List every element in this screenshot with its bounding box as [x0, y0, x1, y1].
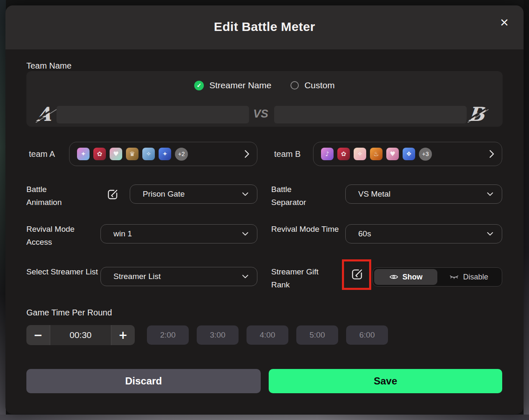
radio-circle-icon — [290, 81, 299, 90]
streamer-list-select[interactable]: Streamer List — [100, 267, 257, 286]
chevron-right-icon — [244, 150, 249, 158]
gift-rank-toggle: Show Disable — [372, 267, 502, 287]
team-b-name-input[interactable] — [274, 106, 467, 123]
chevron-down-icon — [242, 274, 249, 279]
radio-streamer-name[interactable]: ✓ Streamer Name — [194, 80, 271, 90]
battle-separator-select[interactable]: VS Metal — [345, 184, 502, 204]
team-b-gift-list[interactable]: ♪✿✧♨♥❖ +3 — [313, 142, 502, 166]
gift-icon-selfie: ✧ — [142, 148, 155, 160]
streamer-gift-rank-label: Streamer Gift Rank — [271, 265, 338, 291]
page-background-left — [0, 0, 6, 420]
gift-icon-hearts: ♥ — [110, 148, 122, 160]
team-a-more-badge: +2 — [175, 148, 188, 161]
game-time-stepper: − 00:30 + — [26, 325, 135, 345]
gift-icon-disco: ❖ — [403, 148, 415, 160]
gift-icon-heart-hands: ♥ — [386, 148, 399, 160]
vs-separator-text: VS — [252, 108, 269, 120]
eye-icon — [389, 274, 398, 280]
battle-animation-label: Battle Animation — [26, 183, 79, 209]
check-circle-icon: ✓ — [194, 81, 204, 90]
select-streamer-list-label: Select Streamer List — [26, 265, 100, 278]
gift-icon-rose: ✿ — [337, 148, 350, 160]
edit-gift-rank-icon[interactable] — [349, 266, 365, 282]
revival-mode-access-select[interactable]: win 1 — [100, 224, 257, 243]
gift-icon-perfume: ✦ — [77, 148, 90, 160]
disable-label: Disable — [463, 273, 488, 282]
radio-streamer-name-label: Streamer Name — [209, 80, 271, 90]
streamer-list-value: Streamer List — [113, 272, 161, 281]
team-b-label: team B — [274, 149, 300, 159]
battle-animation-value: Prison Gate — [143, 190, 185, 199]
team-b-gift-icons: ♪✿✧♨♥❖ — [321, 148, 415, 160]
plus-button[interactable]: + — [111, 325, 135, 345]
revival-mode-time-select[interactable]: 60s — [345, 224, 502, 243]
team-a-label: team A — [29, 149, 55, 159]
game-time-value: 00:30 — [50, 325, 111, 345]
preset-5-00[interactable]: 5:00 — [296, 325, 338, 345]
preset-2-00[interactable]: 2:00 — [147, 325, 189, 345]
disable-toggle-button[interactable]: Disable — [437, 269, 501, 285]
edit-battle-meter-modal: Edit Battle Meter × Team Name ✓ Streamer… — [5, 5, 524, 414]
revival-mode-time-label: Revival Mode Time — [271, 223, 344, 236]
gift-icon-wing: ✧ — [354, 148, 366, 160]
chevron-down-icon — [242, 232, 249, 236]
gift-icon-fire-lion: ♨ — [370, 148, 383, 160]
revival-mode-time-value: 60s — [358, 229, 371, 238]
team-a-gift-list[interactable]: ✦✿♥♛✧✦ +2 — [69, 142, 257, 166]
game-time-label: Game Time Per Round — [26, 308, 112, 318]
preset-6-00[interactable]: 6:00 — [346, 325, 388, 345]
revival-mode-access-value: win 1 — [113, 229, 132, 238]
team-b-more-badge: +3 — [419, 148, 432, 161]
save-button[interactable]: Save — [269, 369, 502, 393]
discard-button[interactable]: Discard — [26, 369, 261, 393]
gift-icon-galaxy: ✦ — [159, 148, 171, 160]
gift-icon-music-heart: ♪ — [321, 148, 334, 160]
chevron-down-icon — [242, 192, 249, 196]
eye-closed-icon — [449, 274, 459, 280]
show-toggle-button[interactable]: Show — [374, 269, 437, 285]
chevron-down-icon — [487, 192, 493, 196]
team-name-panel: ✓ Streamer Name Custom A VS B — [26, 71, 503, 127]
team-b-letter: B — [467, 103, 485, 125]
team-a-letter: A — [35, 103, 52, 125]
close-icon[interactable]: × — [495, 13, 514, 31]
show-label: Show — [403, 273, 423, 282]
chevron-right-icon — [489, 150, 494, 158]
page-background-bottom — [0, 415, 529, 420]
preset-3-00[interactable]: 3:00 — [197, 325, 239, 345]
modal-header: Edit Battle Meter × — [5, 5, 524, 49]
modal-title: Edit Battle Meter — [5, 20, 524, 34]
battle-animation-select[interactable]: Prison Gate — [130, 184, 257, 204]
minus-button[interactable]: − — [26, 325, 50, 345]
preset-4-00[interactable]: 4:00 — [247, 325, 288, 345]
gift-icon-rose: ✿ — [93, 148, 106, 160]
gift-icon-lion: ♛ — [126, 148, 139, 160]
radio-custom-label: Custom — [304, 80, 334, 90]
radio-custom[interactable]: Custom — [290, 80, 334, 90]
edit-animation-icon[interactable] — [105, 187, 121, 202]
page-background-right — [524, 0, 529, 420]
game-time-presets: 2:003:004:005:006:00 — [147, 325, 388, 345]
team-a-gift-icons: ✦✿♥♛✧✦ — [77, 148, 171, 160]
team-a-name-input[interactable] — [56, 106, 249, 123]
team-name-label: Team Name — [26, 61, 72, 71]
battle-separator-value: VS Metal — [358, 190, 390, 199]
battle-separator-label: Battle Separator — [271, 183, 324, 209]
chevron-down-icon — [487, 232, 493, 236]
revival-mode-access-label: Revival Mode Access — [26, 223, 100, 248]
name-mode-options: ✓ Streamer Name Custom — [26, 80, 503, 90]
